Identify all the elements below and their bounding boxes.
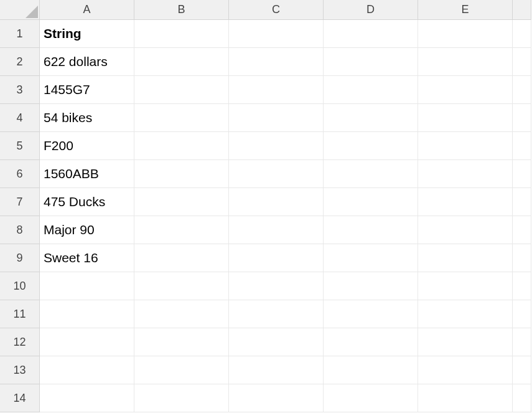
cell-D2[interactable] xyxy=(324,48,418,76)
cell-A12[interactable] xyxy=(40,328,134,356)
cell-E7[interactable] xyxy=(418,188,513,216)
cell-D14[interactable] xyxy=(324,384,418,412)
cell-E13[interactable] xyxy=(418,356,513,384)
cell-partial-row-1[interactable] xyxy=(513,20,531,48)
cell-partial-row-14[interactable] xyxy=(513,384,531,412)
cell-A1[interactable]: String xyxy=(40,20,134,48)
cell-partial-row-2[interactable] xyxy=(513,48,531,76)
row-header-7[interactable]: 7 xyxy=(0,188,40,216)
cell-C1[interactable] xyxy=(229,20,324,48)
col-header-B[interactable]: B xyxy=(134,0,229,20)
cell-D3[interactable] xyxy=(324,76,418,104)
cell-B5[interactable] xyxy=(134,132,229,160)
cell-A13[interactable] xyxy=(40,356,134,384)
cell-B13[interactable] xyxy=(134,356,229,384)
cell-A10[interactable] xyxy=(40,272,134,300)
cell-partial-row-4[interactable] xyxy=(513,104,531,132)
cell-B12[interactable] xyxy=(134,328,229,356)
cell-D7[interactable] xyxy=(324,188,418,216)
cell-A2[interactable]: 622 dollars xyxy=(40,48,134,76)
cell-partial-row-9[interactable] xyxy=(513,244,531,272)
row-header-13[interactable]: 13 xyxy=(0,356,40,384)
row-header-5[interactable]: 5 xyxy=(0,132,40,160)
cell-D5[interactable] xyxy=(324,132,418,160)
cell-D13[interactable] xyxy=(324,356,418,384)
row-header-4[interactable]: 4 xyxy=(0,104,40,132)
cell-E10[interactable] xyxy=(418,272,513,300)
cell-partial-row-5[interactable] xyxy=(513,132,531,160)
cell-C4[interactable] xyxy=(229,104,324,132)
cell-C10[interactable] xyxy=(229,272,324,300)
cell-C14[interactable] xyxy=(229,384,324,412)
cell-D11[interactable] xyxy=(324,300,418,328)
cell-D8[interactable] xyxy=(324,216,418,244)
cell-A5[interactable]: F200 xyxy=(40,132,134,160)
cell-C8[interactable] xyxy=(229,216,324,244)
cell-partial-row-13[interactable] xyxy=(513,356,531,384)
cell-C13[interactable] xyxy=(229,356,324,384)
cell-C7[interactable] xyxy=(229,188,324,216)
cell-B14[interactable] xyxy=(134,384,229,412)
row-header-10[interactable]: 10 xyxy=(0,272,40,300)
cell-C11[interactable] xyxy=(229,300,324,328)
cell-B11[interactable] xyxy=(134,300,229,328)
cell-E8[interactable] xyxy=(418,216,513,244)
cell-C5[interactable] xyxy=(229,132,324,160)
cell-B4[interactable] xyxy=(134,104,229,132)
select-all-corner[interactable] xyxy=(0,0,40,20)
cell-E6[interactable] xyxy=(418,160,513,188)
cell-E5[interactable] xyxy=(418,132,513,160)
cell-A3[interactable]: 1455G7 xyxy=(40,76,134,104)
cell-D12[interactable] xyxy=(324,328,418,356)
cell-B9[interactable] xyxy=(134,244,229,272)
col-header-E[interactable]: E xyxy=(418,0,513,20)
cell-B10[interactable] xyxy=(134,272,229,300)
cell-B6[interactable] xyxy=(134,160,229,188)
row-header-1[interactable]: 1 xyxy=(0,20,40,48)
cell-E1[interactable] xyxy=(418,20,513,48)
cell-E3[interactable] xyxy=(418,76,513,104)
cell-D1[interactable] xyxy=(324,20,418,48)
cell-partial-row-7[interactable] xyxy=(513,188,531,216)
cell-C12[interactable] xyxy=(229,328,324,356)
cell-A14[interactable] xyxy=(40,384,134,412)
cell-E11[interactable] xyxy=(418,300,513,328)
cell-A8[interactable]: Major 90 xyxy=(40,216,134,244)
col-header-D[interactable]: D xyxy=(324,0,418,20)
cell-D9[interactable] xyxy=(324,244,418,272)
row-header-11[interactable]: 11 xyxy=(0,300,40,328)
cell-A11[interactable] xyxy=(40,300,134,328)
cell-A9[interactable]: Sweet 16 xyxy=(40,244,134,272)
row-header-2[interactable]: 2 xyxy=(0,48,40,76)
row-header-9[interactable]: 9 xyxy=(0,244,40,272)
cell-B1[interactable] xyxy=(134,20,229,48)
cell-B7[interactable] xyxy=(134,188,229,216)
cell-E14[interactable] xyxy=(418,384,513,412)
cell-partial-row-6[interactable] xyxy=(513,160,531,188)
cell-B2[interactable] xyxy=(134,48,229,76)
cell-E2[interactable] xyxy=(418,48,513,76)
cell-D4[interactable] xyxy=(324,104,418,132)
cell-partial-row-11[interactable] xyxy=(513,300,531,328)
cell-E9[interactable] xyxy=(418,244,513,272)
cell-C9[interactable] xyxy=(229,244,324,272)
row-header-8[interactable]: 8 xyxy=(0,216,40,244)
cell-A6[interactable]: 1560ABB xyxy=(40,160,134,188)
row-header-3[interactable]: 3 xyxy=(0,76,40,104)
cell-partial-row-12[interactable] xyxy=(513,328,531,356)
cell-C6[interactable] xyxy=(229,160,324,188)
row-header-12[interactable]: 12 xyxy=(0,328,40,356)
col-header-C[interactable]: C xyxy=(229,0,324,20)
cell-A4[interactable]: 54 bikes xyxy=(40,104,134,132)
col-header-A[interactable]: A xyxy=(40,0,134,20)
cell-E12[interactable] xyxy=(418,328,513,356)
cell-D10[interactable] xyxy=(324,272,418,300)
cell-D6[interactable] xyxy=(324,160,418,188)
cell-B8[interactable] xyxy=(134,216,229,244)
cell-A7[interactable]: 475 Ducks xyxy=(40,188,134,216)
cell-partial-row-10[interactable] xyxy=(513,272,531,300)
row-header-14[interactable]: 14 xyxy=(0,384,40,412)
col-header-partial[interactable] xyxy=(513,0,531,20)
cell-C2[interactable] xyxy=(229,48,324,76)
cell-B3[interactable] xyxy=(134,76,229,104)
